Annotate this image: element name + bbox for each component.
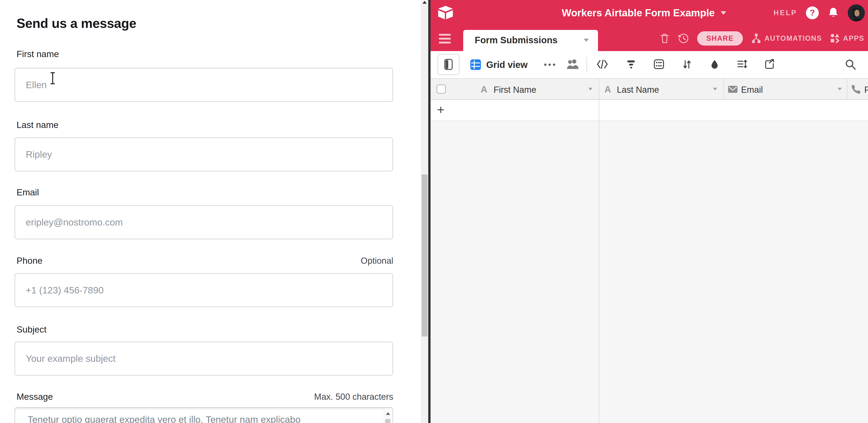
apps-button[interactable]: APPS xyxy=(830,33,864,44)
row-height-icon[interactable] xyxy=(737,59,748,70)
sort-icon[interactable] xyxy=(681,59,692,70)
message-label-row: Message Max. 500 characters xyxy=(17,392,393,402)
chevron-down-icon[interactable] xyxy=(588,88,592,90)
grid-header-row: A First Name A Last Name Email Phone xyxy=(431,78,868,100)
filter-icon[interactable] xyxy=(626,59,637,69)
message-label: Message xyxy=(17,392,53,402)
chevron-down-icon[interactable] xyxy=(584,39,589,42)
textarea-scrollbar[interactable] xyxy=(384,409,392,423)
help-button[interactable]: HELP xyxy=(773,9,797,17)
apps-icon xyxy=(830,33,840,44)
chevron-down-icon[interactable] xyxy=(713,88,717,90)
scroll-up-arrow-icon[interactable] xyxy=(386,412,390,415)
column-header-last-name[interactable]: Last Name xyxy=(617,85,659,95)
page-title: Send us a message xyxy=(17,16,136,31)
view-name-label: Grid view xyxy=(486,60,528,70)
phone-optional-note: Optional xyxy=(361,256,393,266)
scroll-up-arrow-icon[interactable] xyxy=(423,1,427,4)
toolbar-divider xyxy=(587,57,587,72)
tabbar-right-cluster: SHARE AUTOMATIONS APPS xyxy=(659,26,864,51)
share-button[interactable]: SHARE xyxy=(697,31,743,46)
first-name-input[interactable] xyxy=(14,68,393,102)
automations-label: AUTOMATIONS xyxy=(765,34,822,42)
sidebar-toggle-icon xyxy=(444,59,453,70)
subject-input[interactable] xyxy=(14,341,393,375)
email-label-row: Email xyxy=(17,187,393,198)
chevron-down-icon[interactable] xyxy=(838,88,842,90)
text-field-icon: A xyxy=(481,84,487,95)
column-border[interactable] xyxy=(723,79,724,99)
text-field-icon: A xyxy=(604,84,611,95)
phone-label: Phone xyxy=(17,256,42,266)
airtable-tabbar: Form Submissions SHARE AUTOMATIONS xyxy=(431,26,868,51)
email-label: Email xyxy=(17,187,39,198)
subject-label-row: Subject xyxy=(17,325,393,335)
last-name-input[interactable] xyxy=(14,138,393,172)
tab-form-submissions[interactable]: Form Submissions xyxy=(463,30,598,51)
last-name-label-row: Last name xyxy=(17,120,393,130)
color-icon[interactable] xyxy=(709,59,720,70)
message-text: Tenetur optio quaerat expedita vero et i… xyxy=(28,414,301,423)
topbar-right-cluster: HELP ? xyxy=(773,0,865,26)
add-row-row[interactable]: + xyxy=(431,100,868,121)
frozen-column-separator xyxy=(599,100,599,423)
form-pane-scrollbar-thumb[interactable] xyxy=(422,175,428,336)
message-textarea[interactable]: Tenetur optio quaerat expedita vero et i… xyxy=(14,407,393,423)
grid-view-icon xyxy=(470,59,481,70)
last-name-label: Last name xyxy=(17,120,58,130)
add-row-button[interactable]: + xyxy=(437,100,444,120)
airtable-pane: Workers Airtable Form Example HELP ? xyxy=(431,0,868,423)
base-title-group[interactable]: Workers Airtable Form Example xyxy=(562,0,726,26)
email-field-icon xyxy=(728,85,738,93)
column-header-first-name[interactable]: First Name xyxy=(494,85,536,95)
apps-label: APPS xyxy=(843,34,864,42)
select-all-checkbox[interactable] xyxy=(437,85,446,94)
notifications-bell-icon[interactable] xyxy=(828,7,839,19)
base-title: Workers Airtable Form Example xyxy=(562,7,715,19)
grid-view-selector[interactable]: Grid view xyxy=(470,51,528,78)
column-header-phone[interactable]: Phone xyxy=(864,85,868,95)
first-name-label-row: First name xyxy=(17,49,393,59)
history-icon[interactable] xyxy=(678,33,689,44)
airtable-logo-icon xyxy=(437,5,454,20)
first-name-label: First name xyxy=(17,49,59,59)
automations-button[interactable]: AUTOMATIONS xyxy=(751,33,822,44)
help-question-icon[interactable]: ? xyxy=(806,6,819,19)
pane-divider[interactable] xyxy=(428,0,431,423)
share-view-icon[interactable] xyxy=(764,59,775,70)
search-icon[interactable] xyxy=(844,58,857,70)
message-maxlength-note: Max. 500 characters xyxy=(314,392,393,402)
view-toolbar: Grid view xyxy=(431,51,868,78)
user-avatar[interactable] xyxy=(848,4,865,22)
chevron-down-icon[interactable] xyxy=(721,11,726,15)
collaborators-icon[interactable] xyxy=(566,58,579,70)
text-cursor-icon xyxy=(50,72,55,84)
email-input[interactable] xyxy=(14,205,393,239)
hide-fields-icon[interactable] xyxy=(597,59,608,69)
phone-input[interactable] xyxy=(14,273,393,307)
trash-icon[interactable] xyxy=(659,33,670,44)
column-border[interactable] xyxy=(599,79,599,99)
column-border[interactable] xyxy=(847,79,847,99)
subject-label: Subject xyxy=(17,325,46,335)
phone-label-row: Phone Optional xyxy=(17,256,393,266)
column-header-email[interactable]: Email xyxy=(741,85,763,95)
hamburger-menu-icon[interactable] xyxy=(439,34,451,46)
textarea-scrollbar-thumb[interactable] xyxy=(385,419,390,423)
table-tab-label: Form Submissions xyxy=(475,30,558,50)
group-icon[interactable] xyxy=(653,59,665,69)
phone-field-icon xyxy=(850,84,861,95)
views-sidebar-toggle-button[interactable] xyxy=(437,54,460,75)
contact-form-pane: Send us a message First name Last name E… xyxy=(0,0,428,423)
automations-icon xyxy=(751,33,762,44)
airtable-topbar: Workers Airtable Form Example HELP ? xyxy=(431,0,868,26)
view-options-ellipsis-icon[interactable] xyxy=(544,63,555,66)
